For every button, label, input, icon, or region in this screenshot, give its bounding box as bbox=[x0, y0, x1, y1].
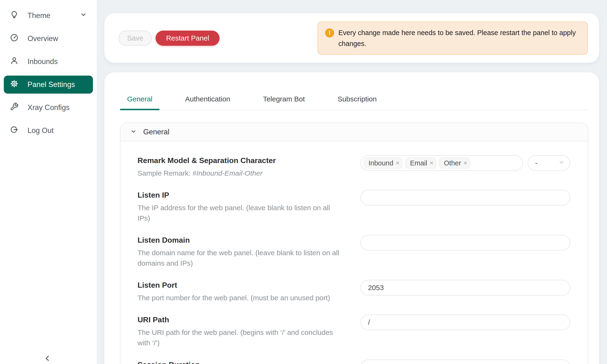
field-label: Listen Port bbox=[138, 280, 360, 290]
sidebar-collapse-button[interactable] bbox=[42, 353, 53, 364]
form-row-uri-path: URI Path The URI path for the web panel.… bbox=[138, 314, 570, 348]
sidebar-item-log-out[interactable]: Log Out bbox=[4, 122, 93, 140]
panel-settings-card: General Authentication Telegram Bot Subs… bbox=[104, 72, 599, 364]
main-content: Save Restart Panel ! Every change made h… bbox=[97, 0, 607, 364]
general-collapse-panel: General Remark Model & Separation Charac… bbox=[120, 122, 588, 364]
separator-select-value: - bbox=[535, 159, 538, 167]
sidebar-item-label: Inbounds bbox=[27, 57, 58, 66]
sidebar-item-theme[interactable]: Theme bbox=[4, 7, 93, 25]
section-title: General bbox=[143, 128, 169, 136]
uri-path-input[interactable] bbox=[360, 314, 570, 330]
warning-alert-text: Every change made here needs to be saved… bbox=[338, 27, 580, 49]
remark-model-multiselect[interactable]: Inbound × Email × Other × bbox=[360, 155, 523, 171]
field-label: URI Path bbox=[138, 314, 360, 325]
form-row-listen-domain: Listen Domain The domain name for the we… bbox=[138, 235, 570, 269]
bulb-icon bbox=[10, 11, 18, 21]
close-icon[interactable]: × bbox=[430, 160, 434, 166]
field-description: Sample Remark: #Inbound-Email-Other bbox=[138, 168, 360, 179]
listen-port-input[interactable] bbox=[360, 280, 570, 296]
sidebar-item-overview[interactable]: Overview bbox=[4, 30, 93, 48]
close-icon[interactable]: × bbox=[396, 160, 399, 166]
close-icon[interactable]: × bbox=[463, 160, 467, 166]
warning-alert: ! Every change made here needs to be sav… bbox=[317, 22, 588, 55]
form-row-listen-port: Listen Port The port number for the web … bbox=[138, 280, 570, 303]
restart-panel-button[interactable]: Restart Panel bbox=[156, 31, 220, 46]
tag-other: Other × bbox=[439, 157, 470, 169]
toolbar-card: Save Restart Panel ! Every change made h… bbox=[104, 13, 599, 63]
general-settings-form: Remark Model & Separation Character Samp… bbox=[120, 142, 588, 364]
field-description: The domain name for the web panel. (leav… bbox=[138, 248, 360, 269]
form-row-session-duration: Session Duration The duration for which … bbox=[138, 360, 570, 364]
sidebar-item-panel-settings[interactable]: Panel Settings bbox=[4, 76, 93, 94]
sidebar-item-inbounds[interactable]: Inbounds bbox=[4, 52, 93, 71]
session-duration-input[interactable] bbox=[360, 360, 570, 364]
dashboard-icon bbox=[10, 33, 18, 44]
chevron-left-icon bbox=[44, 354, 51, 363]
form-row-listen-ip: Listen IP The IP address for the web pan… bbox=[138, 190, 570, 223]
tag-inbound: Inbound × bbox=[364, 157, 402, 169]
field-description: The IP address for the web panel. (leave… bbox=[138, 203, 360, 223]
field-label: Listen Domain bbox=[138, 235, 360, 245]
sidebar-item-label: Log Out bbox=[27, 126, 53, 135]
tag-email: Email × bbox=[405, 157, 436, 169]
listen-domain-input[interactable] bbox=[360, 235, 570, 250]
settings-tabs: General Authentication Telegram Bot Subs… bbox=[120, 72, 588, 110]
sidebar-item-label: Theme bbox=[27, 11, 50, 20]
sidebar-item-label: Panel Settings bbox=[27, 80, 75, 89]
logout-icon bbox=[10, 125, 18, 136]
form-row-remark-model: Remark Model & Separation Character Samp… bbox=[138, 155, 570, 179]
chevron-down-icon bbox=[558, 159, 565, 167]
tab-subscription[interactable]: Subscription bbox=[330, 94, 384, 110]
sidebar-item-xray-configs[interactable]: Xray Configs bbox=[4, 99, 93, 117]
warning-icon: ! bbox=[325, 28, 334, 38]
tab-authentication[interactable]: Authentication bbox=[178, 94, 237, 110]
sidebar-item-label: Overview bbox=[27, 34, 58, 43]
sidebar: Theme Overview Inbounds Panel Settings bbox=[0, 0, 97, 364]
listen-ip-input[interactable] bbox=[360, 190, 570, 206]
field-label: Remark Model & Separation Character bbox=[138, 155, 360, 166]
field-description: The port number for the web panel. (must… bbox=[138, 293, 360, 303]
wrench-icon bbox=[10, 102, 18, 113]
user-icon bbox=[10, 56, 18, 67]
tab-general[interactable]: General bbox=[120, 94, 159, 110]
chevron-down-icon bbox=[80, 11, 87, 20]
chevron-down-icon bbox=[131, 129, 137, 136]
save-button[interactable]: Save bbox=[119, 31, 152, 46]
field-label: Listen IP bbox=[138, 190, 360, 200]
sidebar-item-label: Xray Configs bbox=[27, 103, 69, 112]
gear-icon bbox=[10, 79, 18, 90]
tab-telegram-bot[interactable]: Telegram Bot bbox=[256, 94, 312, 110]
separator-select[interactable]: - bbox=[528, 155, 570, 171]
field-description: The URI path for the web panel. (begins … bbox=[138, 327, 360, 348]
field-label: Session Duration bbox=[138, 360, 360, 364]
general-collapse-header[interactable]: General bbox=[120, 123, 588, 142]
